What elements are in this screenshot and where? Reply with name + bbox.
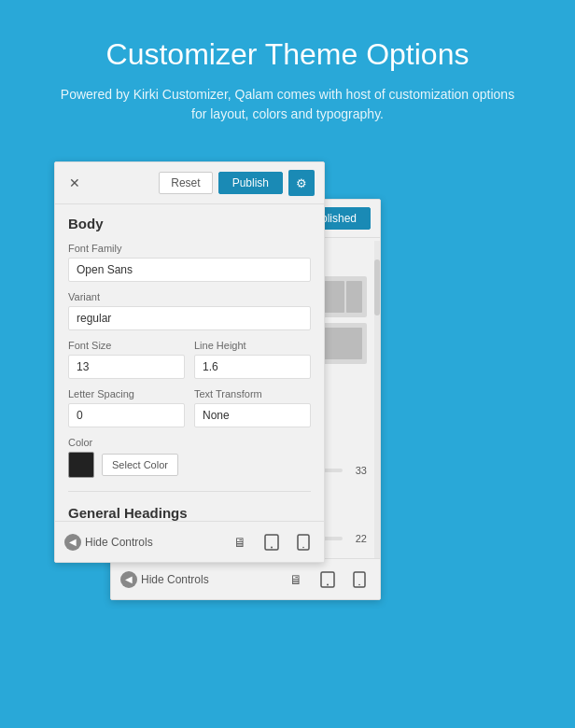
gear-icon: ⚙ [296,176,307,190]
back-arrow-icon: ◀ [120,571,137,588]
close-button-front[interactable]: ✕ [64,173,85,193]
line-height-label: Line Height [194,340,311,351]
color-field: Select Color [68,452,311,478]
variant-group: Variant [68,291,311,330]
header: Customizer Theme Options Powered by Kirk… [0,0,575,152]
letter-spacing-group: Letter Spacing [68,388,185,427]
publish-button[interactable]: Publish [218,172,283,194]
text-transform-label: Text Transform [194,388,311,399]
scroll-indicator [374,241,380,558]
hide-controls-front[interactable]: ◀ Hide Controls [64,534,153,551]
page-title: Customizer Theme Options [56,37,519,72]
color-group: Color Select Color [68,437,311,478]
tablet-icon-front[interactable] [260,531,283,553]
hide-controls-label-back: Hide Controls [141,573,209,586]
general-headings-title: General Headings [68,505,311,521]
variant-input[interactable] [68,306,311,330]
reset-button-front[interactable]: Reset [159,172,212,194]
select-color-button[interactable]: Select Color [102,454,178,476]
panels-container: ✕ Reset Published Sidebars Layout [54,161,521,609]
variant-label: Variant [68,291,311,302]
panel-front-content: Body Font Family Variant Font Size Line … [55,204,324,522]
phone-icon-front[interactable] [292,531,315,553]
color-swatch[interactable] [68,452,94,478]
back-arrow-icon-front: ◀ [64,534,81,551]
line-height-group: Line Height [194,340,311,379]
svg-point-1 [327,583,329,585]
phone-icon-back[interactable] [348,568,371,591]
letter-spacing-transform-row: Letter Spacing Text Transform [68,388,311,437]
page-subtitle: Powered by Kirki Customizer, Qalam comes… [56,85,519,124]
monitor-icon-back[interactable]: 🖥 [285,568,307,591]
divider [68,491,311,492]
panel-body: ✕ Reset Publish ⚙ Body Font Family Varia… [54,161,325,563]
font-size-line-height-row: Font Size Line Height [68,340,311,388]
panel-front-toolbar: ✕ Reset Publish ⚙ [55,162,324,204]
color-label: Color [68,437,311,448]
hide-controls-back[interactable]: ◀ Hide Controls [120,571,209,588]
line-height-input[interactable] [194,355,311,379]
font-family-input[interactable] [68,258,311,282]
letter-spacing-input[interactable] [68,403,185,427]
font-size-label: Font Size [68,340,185,351]
svg-point-3 [358,583,360,585]
letter-spacing-label: Letter Spacing [68,388,185,399]
font-size-input[interactable] [68,355,185,379]
text-transform-input[interactable] [194,403,311,427]
panel-back-footer: ◀ Hide Controls 🖥 [111,558,380,599]
gear-button[interactable]: ⚙ [288,170,315,196]
panel-front-footer: ◀ Hide Controls 🖥 [55,521,324,562]
layout-side-block-3b [346,281,362,313]
body-section-title: Body [68,216,311,231]
tablet-icon-back[interactable] [316,568,339,591]
font-size-group: Font Size [68,340,185,379]
text-transform-group: Text Transform [194,388,311,427]
svg-point-5 [271,546,273,548]
monitor-icon-front[interactable]: 🖥 [229,531,251,553]
font-family-group: Font Family [68,243,311,282]
sidebar-a-value: 33 [348,465,367,476]
scroll-thumb[interactable] [374,259,380,315]
svg-point-7 [302,546,304,548]
sidebar-b-value: 22 [348,533,367,544]
font-family-label: Font Family [68,243,311,254]
hide-controls-label-front: Hide Controls [85,536,153,549]
